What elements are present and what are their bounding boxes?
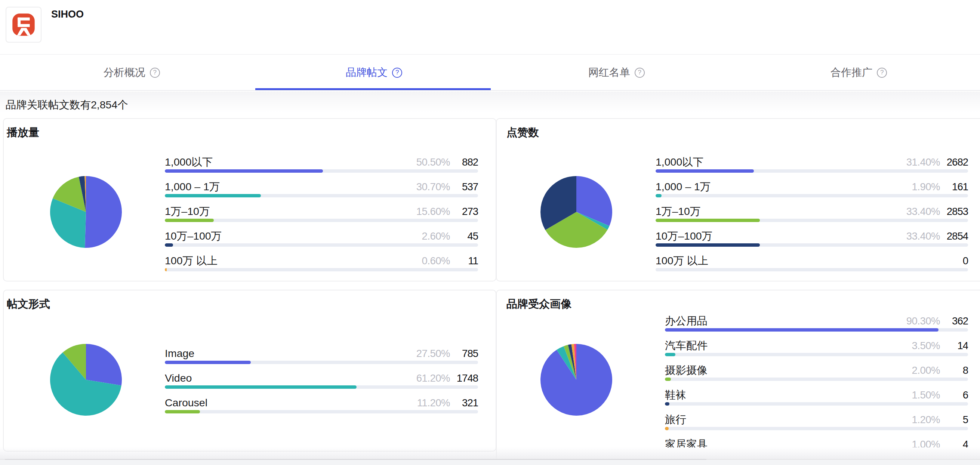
row-bar-fill	[665, 402, 670, 406]
bottom-fade	[0, 447, 980, 459]
row-label: 摄影摄像	[665, 364, 912, 376]
card-title: 品牌受众画像	[506, 297, 571, 311]
row-bar-fill	[655, 194, 662, 197]
distribution-row: 1,000以下31.40%2682	[655, 156, 968, 173]
row-label: 办公用品	[665, 314, 906, 327]
row-bar-fill	[655, 243, 760, 247]
pie-slice	[85, 176, 122, 248]
row-percent: 2.60%	[422, 230, 450, 243]
card-audience-profile: 品牌受众画像 办公用品90.30%362汽车配件3.50%14摄影摄像2.00%…	[496, 290, 980, 465]
row-percent: 0.60%	[422, 255, 450, 267]
row-bar-fill	[165, 243, 173, 247]
row-value: 2682	[940, 156, 968, 169]
row-value: 6	[940, 389, 968, 401]
row-bar-track	[165, 169, 478, 173]
row-percent: 11.20%	[417, 397, 450, 409]
row-bar-track	[655, 169, 968, 173]
row-bar-track	[165, 243, 478, 247]
row-label: Image	[165, 347, 416, 360]
row-percent: 1.50%	[912, 389, 940, 401]
tab-analysis-overview[interactable]: 分析概况 ?	[11, 55, 253, 90]
distribution-row: 汽车配件3.50%14	[665, 339, 968, 356]
row-bar-track	[655, 194, 968, 197]
row-bar-fill	[665, 353, 675, 356]
card-title: 帖文形式	[7, 297, 50, 311]
distribution-row: 1万–10万33.40%2853	[655, 205, 968, 222]
row-value: 14	[940, 339, 968, 352]
row-percent: 27.50%	[416, 347, 450, 360]
tab-brand-posts[interactable]: 品牌帖文 ?	[253, 55, 496, 90]
row-bar-track	[655, 268, 968, 271]
brand-analytics-page: SIHOO 分析概况 ? 品牌帖文 ? 网红名单 ? 合作推广 ? 品牌关联帖文…	[0, 0, 980, 465]
row-percent: 61.20%	[416, 372, 450, 385]
row-percent: 1.20%	[912, 413, 940, 426]
row-value: 45	[450, 230, 478, 243]
row-bar-track	[165, 361, 478, 364]
sihoo-logo-icon	[8, 9, 39, 40]
tabbar-shadow-band	[0, 92, 980, 113]
row-value: 785	[450, 347, 478, 360]
row-value: 1748	[450, 372, 478, 385]
distribution-row: 1,000以下50.50%882	[165, 156, 478, 173]
row-bar-fill	[665, 427, 669, 430]
distribution-row: Image27.50%785	[165, 347, 478, 364]
row-bar-track	[655, 243, 968, 247]
row-label: 100万 以上	[165, 254, 422, 267]
distribution-row: 100万 以上0	[655, 254, 968, 271]
row-value: 161	[940, 180, 968, 193]
row-percent: 1.90%	[912, 180, 940, 193]
card-like-count: 点赞数 1,000以下31.40%26821,000 – 1万1.90%1611…	[496, 118, 980, 282]
row-bar-track	[665, 427, 968, 430]
distribution-row: Carousel11.20%321	[165, 396, 478, 413]
row-label: 1,000以下	[165, 156, 416, 168]
row-value: 882	[450, 156, 478, 169]
tab-collab-promotion[interactable]: 合作推广 ?	[738, 55, 980, 90]
scrollbar-thumb[interactable]	[5, 459, 706, 460]
distribution-row: 家居家具1.00%4	[665, 438, 968, 447]
distribution-row: 旅行1.20%5	[665, 413, 968, 430]
row-value: 321	[450, 397, 478, 409]
help-icon[interactable]: ?	[877, 68, 887, 78]
play-count-pie-chart	[50, 176, 122, 248]
pie-slice	[86, 344, 122, 385]
row-label: 10万–100万	[165, 229, 422, 242]
help-icon[interactable]: ?	[392, 68, 402, 78]
row-value: 273	[450, 205, 478, 218]
row-label: 鞋袜	[665, 389, 912, 401]
row-bar-track	[665, 328, 968, 331]
help-icon[interactable]: ?	[150, 68, 160, 78]
row-bar-track	[665, 353, 968, 356]
row-value: 537	[450, 180, 478, 193]
row-value: 362	[940, 315, 968, 328]
row-bar-fill	[165, 361, 251, 364]
distribution-list: 1,000以下31.40%26821,000 – 1万1.90%1611万–10…	[655, 156, 968, 279]
tab-influencer-list[interactable]: 网红名单 ?	[495, 55, 738, 90]
card-post-format: 帖文形式 Image27.50%785Video61.20%1748Carous…	[3, 290, 496, 452]
row-value: 5	[940, 413, 968, 426]
distribution-row: 1,000 – 1万1.90%161	[655, 180, 968, 197]
row-bar-track	[165, 268, 478, 271]
row-bar-track	[165, 385, 478, 389]
row-percent: 3.50%	[912, 339, 940, 352]
row-label: 汽车配件	[665, 339, 912, 352]
row-percent: 2.00%	[912, 364, 940, 377]
distribution-row: Video61.20%1748	[165, 371, 478, 389]
row-bar-track	[665, 402, 968, 406]
row-value: 4	[940, 438, 968, 447]
row-label: 旅行	[665, 413, 912, 426]
row-value: 2853	[940, 205, 968, 218]
row-bar-fill	[165, 410, 200, 413]
row-percent: 90.30%	[906, 315, 940, 328]
brand-title: SIHOO	[51, 9, 84, 20]
brand-logo	[6, 7, 41, 43]
row-value: 11	[450, 255, 478, 267]
distribution-list: 办公用品90.30%362汽车配件3.50%14摄影摄像2.00%8鞋袜1.50…	[665, 314, 968, 447]
distribution-row: 办公用品90.30%362	[665, 314, 968, 331]
row-bar-fill	[165, 268, 167, 271]
distribution-row: 10万–100万33.40%2854	[655, 229, 968, 247]
horizontal-scrollbar[interactable]	[0, 459, 980, 465]
posts-count-summary: 品牌关联帖文数有2,854个	[6, 98, 128, 112]
row-label: 1万–10万	[655, 205, 906, 218]
row-label: 10万–100万	[655, 229, 906, 242]
help-icon[interactable]: ?	[635, 68, 645, 78]
